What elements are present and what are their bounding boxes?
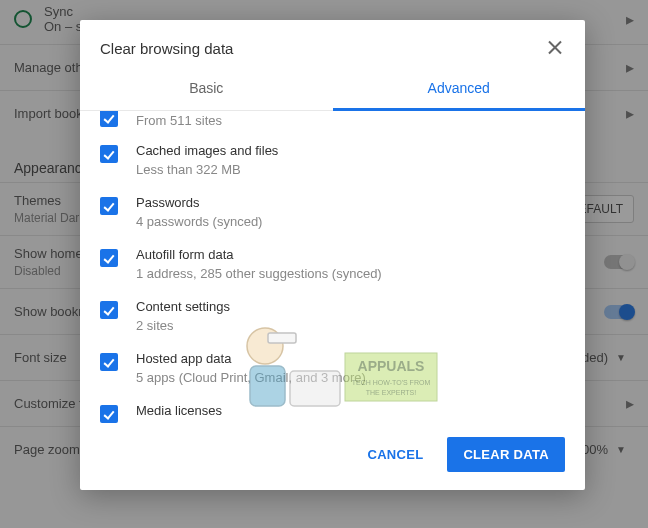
checkbox-icon[interactable] — [100, 405, 118, 423]
option-hosted-app-data[interactable]: Hosted app data5 apps (Cloud Print, Gmai… — [80, 342, 573, 394]
option-content-settings[interactable]: Content settings2 sites — [80, 290, 573, 342]
option-passwords[interactable]: Passwords4 passwords (synced) — [80, 186, 573, 238]
option-media-licenses[interactable]: Media licensesYou may lose access to pro… — [80, 394, 573, 423]
checkbox-icon[interactable] — [100, 145, 118, 163]
checkbox-icon[interactable] — [100, 111, 118, 127]
option-autofill[interactable]: Autofill form data1 address, 285 other s… — [80, 238, 573, 290]
option-cached-images[interactable]: Cached images and filesLess than 322 MB — [80, 134, 573, 186]
checkbox-icon[interactable] — [100, 249, 118, 267]
tab-advanced[interactable]: Advanced — [333, 70, 586, 111]
checkbox-icon[interactable] — [100, 197, 118, 215]
dialog-tabs: Basic Advanced — [80, 70, 585, 111]
clear-data-button[interactable]: CLEAR DATA — [447, 437, 565, 472]
checkbox-icon[interactable] — [100, 301, 118, 319]
checkbox-icon[interactable] — [100, 353, 118, 371]
cancel-button[interactable]: CANCEL — [351, 437, 439, 472]
tab-basic[interactable]: Basic — [80, 70, 333, 111]
options-scroll[interactable]: From 511 sites Cached images and filesLe… — [80, 111, 573, 423]
option-cookies-partial: From 511 sites — [80, 111, 573, 134]
clear-browsing-data-dialog: Clear browsing data Basic Advanced APPUA… — [80, 20, 585, 490]
close-icon[interactable] — [545, 38, 565, 58]
dialog-title: Clear browsing data — [100, 40, 233, 57]
